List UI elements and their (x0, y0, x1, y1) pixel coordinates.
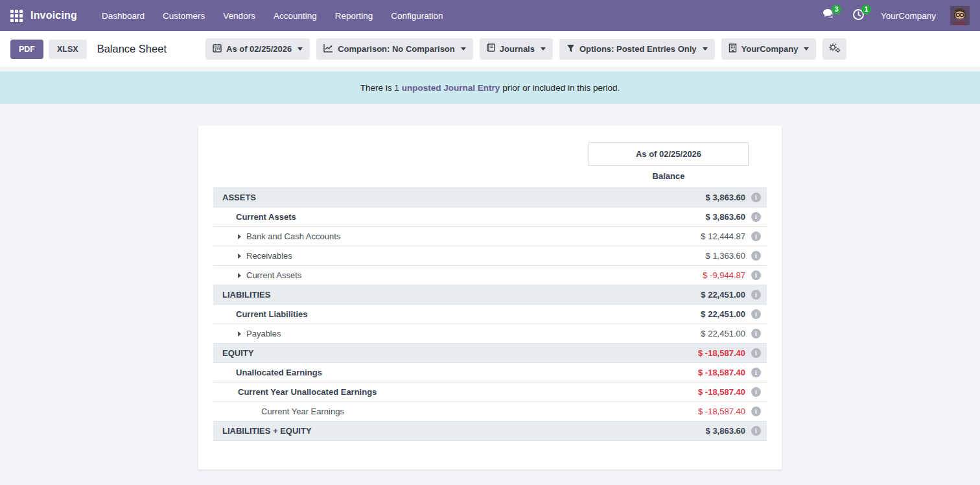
row-balance-value: $ -18,587.40 (616, 387, 745, 397)
journals-filter-button[interactable]: Journals (480, 38, 553, 60)
funnel-icon (566, 44, 575, 54)
comparison-filter-button[interactable]: Comparison: No Comparison (316, 38, 473, 60)
expand-caret-icon[interactable] (238, 331, 241, 337)
report-row[interactable]: Unallocated Earnings$ -18,587.40i (213, 363, 767, 383)
row-balance-value: $ 3,863.60 (616, 426, 745, 436)
line-chart-icon (323, 43, 333, 54)
report-table-body: ASSETS$ 3,863.60iCurrent Assets$ 3,863.6… (213, 187, 767, 441)
column-header-date[interactable]: As of 02/25/2026 (589, 142, 749, 166)
row-label: LIABILITIES + EQUITY (222, 426, 312, 436)
info-icon[interactable]: i (751, 329, 761, 338)
xlsx-button[interactable]: XLSX (49, 40, 87, 59)
info-icon[interactable]: i (751, 251, 761, 261)
report-row[interactable]: Current Assets$ -9,944.87i (213, 266, 767, 285)
row-label-cell: Current Assets (213, 212, 616, 222)
report-row[interactable]: Bank and Cash Accounts$ 12,444.87i (213, 227, 767, 246)
report-row[interactable]: EQUITY$ -18,587.40i (213, 344, 767, 363)
menu-customers[interactable]: Customers (155, 7, 213, 25)
pdf-button[interactable]: PDF (10, 40, 43, 59)
date-filter-button[interactable]: As of 02/25/2026 (205, 38, 310, 60)
menu-vendors[interactable]: Vendors (215, 7, 263, 25)
info-icon[interactable]: i (751, 212, 761, 222)
row-label-cell: Unallocated Earnings (213, 368, 616, 377)
row-balance-value: $ -18,587.40 (616, 348, 745, 358)
apps-grid-icon[interactable] (10, 10, 23, 22)
company-filter-button[interactable]: YourCompany (721, 38, 817, 60)
banner-text-suffix: prior or included in this period. (502, 83, 620, 93)
unposted-journal-entry-link[interactable]: unposted Journal Entry (402, 83, 500, 93)
report-row[interactable]: Payables$ 22,451.00i (213, 324, 767, 344)
row-label: Receivables (246, 251, 292, 261)
row-label: Current Assets (246, 270, 301, 280)
report-row[interactable]: Receivables$ 1,363.60i (213, 246, 767, 266)
expand-caret-icon[interactable] (238, 234, 241, 239)
info-icon[interactable]: i (751, 309, 761, 319)
row-label-cell: LIABILITIES + EQUITY (213, 426, 616, 436)
row-label-cell: Bank and Cash Accounts (213, 231, 616, 241)
menu-dashboard[interactable]: Dashboard (94, 7, 152, 25)
book-icon (487, 43, 495, 54)
row-label-cell: Current Year Earnings (213, 407, 616, 416)
row-label-cell: Receivables (213, 251, 616, 261)
banner-text-prefix: There is 1 (360, 83, 399, 93)
row-label-cell: ASSETS (213, 193, 616, 202)
row-balance-value: $ -18,587.40 (616, 407, 745, 416)
row-label: Bank and Cash Accounts (246, 231, 340, 241)
menu-configuration[interactable]: Configuration (383, 7, 450, 25)
info-icon[interactable]: i (751, 348, 761, 358)
options-filter-button[interactable]: Options: Posted Entries Only (559, 39, 715, 60)
info-icon[interactable]: i (751, 270, 761, 280)
activities-button[interactable]: 1 (851, 8, 867, 23)
chevron-down-icon (461, 47, 466, 51)
control-panel: PDF XLSX Balance Sheet As of 02/25/2026 … (0, 31, 980, 67)
calendar-icon (213, 43, 222, 54)
report-row[interactable]: ASSETS$ 3,863.60i (213, 188, 767, 207)
expand-caret-icon[interactable] (238, 254, 241, 259)
chevron-down-icon (541, 47, 546, 51)
info-icon[interactable]: i (751, 368, 761, 377)
row-balance-value: $ 3,863.60 (616, 193, 745, 202)
info-icon[interactable]: i (751, 231, 761, 241)
app-name[interactable]: Invoicing (30, 10, 77, 21)
settings-gears-button[interactable] (822, 38, 846, 60)
row-label: Payables (246, 329, 281, 338)
top-navbar: Invoicing Dashboard Customers Vendors Ac… (0, 0, 980, 31)
report-row[interactable]: LIABILITIES$ 22,451.00i (213, 285, 767, 305)
info-icon[interactable]: i (751, 193, 761, 202)
report-row[interactable]: Current Year Earnings$ -18,587.40i (213, 402, 767, 421)
row-balance-value: $ 3,863.60 (616, 212, 745, 222)
info-icon[interactable]: i (751, 426, 761, 436)
report-row[interactable]: Current Liabilities$ 22,451.00i (213, 305, 767, 324)
chevron-down-icon (298, 47, 303, 51)
info-icon[interactable]: i (751, 387, 761, 397)
info-icon[interactable]: i (751, 290, 761, 300)
menu-reporting[interactable]: Reporting (327, 7, 381, 25)
gears-icon (828, 43, 841, 55)
main-menu: Dashboard Customers Vendors Accounting R… (94, 7, 451, 25)
row-label-cell: EQUITY (213, 348, 616, 358)
row-label: Unallocated Earnings (236, 368, 322, 377)
journals-filter-label: Journals (500, 44, 535, 54)
info-icon[interactable]: i (751, 407, 761, 416)
report-row[interactable]: LIABILITIES + EQUITY$ 3,863.60i (213, 421, 767, 441)
messages-button[interactable]: 3 (821, 8, 837, 23)
row-label: Current Year Earnings (261, 407, 344, 416)
row-balance-value: $ 12,444.87 (616, 231, 745, 241)
expand-caret-icon[interactable] (238, 273, 241, 278)
row-label: ASSETS (222, 193, 256, 202)
balance-sheet-card: As of 02/25/2026 Balance ASSETS$ 3,863.6… (198, 126, 782, 469)
comparison-filter-label: Comparison: No Comparison (338, 44, 455, 54)
row-label: Current Assets (236, 212, 296, 222)
chevron-down-icon (703, 47, 708, 51)
row-balance-value: $ -9,944.87 (616, 270, 745, 280)
column-header-balance: Balance (589, 171, 749, 181)
row-label: EQUITY (222, 348, 253, 358)
avatar[interactable] (950, 6, 970, 25)
menu-accounting[interactable]: Accounting (266, 7, 325, 25)
building-icon (729, 43, 737, 54)
report-row[interactable]: Current Year Unallocated Earnings$ -18,5… (213, 383, 767, 402)
report-row[interactable]: Current Assets$ 3,863.60i (213, 207, 767, 227)
row-label-cell: Current Year Unallocated Earnings (213, 387, 616, 397)
user-company-menu[interactable]: YourCompany (881, 11, 936, 21)
options-filter-label: Options: Posted Entries Only (579, 44, 697, 54)
